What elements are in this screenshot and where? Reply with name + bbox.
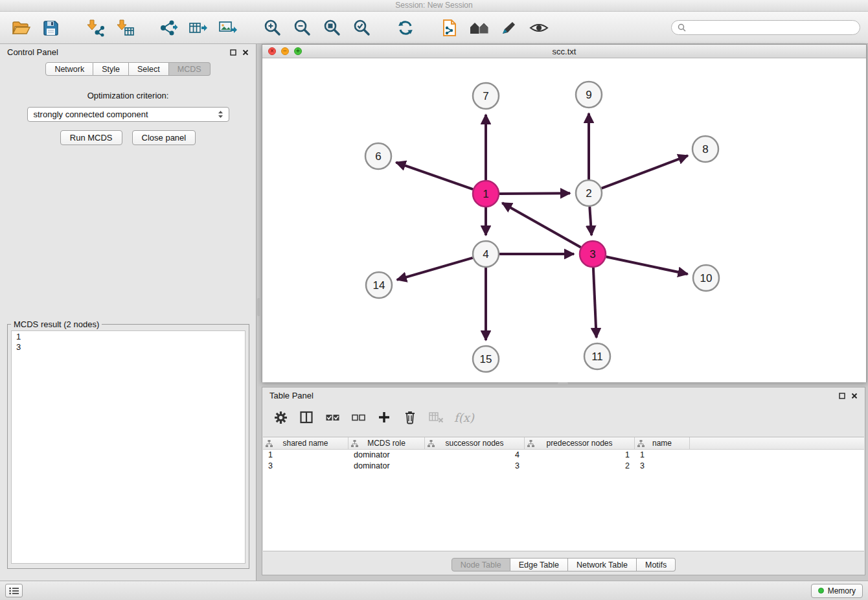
select-all-icon	[326, 411, 339, 423]
table-cell[interactable]: dominator	[348, 461, 425, 472]
delete-table-button[interactable]	[428, 408, 444, 427]
import-table-button[interactable]	[111, 15, 137, 41]
tab-select[interactable]: Select	[129, 62, 169, 76]
table-header-row: shared nameMCDS rolesuccessor nodesprede…	[263, 437, 864, 450]
delete-columns-button[interactable]	[402, 408, 418, 427]
table-settings-button[interactable]	[273, 408, 288, 427]
memory-button[interactable]: Memory	[811, 584, 863, 598]
graph-node-15[interactable]: 15	[473, 346, 499, 372]
table-tab-network-table[interactable]: Network Table	[568, 558, 637, 571]
column-header-MCDS-role[interactable]: MCDS role	[348, 437, 425, 449]
graph-edge-3-1[interactable]	[502, 203, 580, 248]
column-header-name[interactable]: name	[635, 437, 690, 449]
table-cell[interactable]: dominator	[348, 450, 425, 461]
eye-icon	[529, 21, 549, 35]
deselect-all-rows-button[interactable]	[350, 408, 366, 427]
run-mcds-button[interactable]: Run MCDS	[60, 130, 122, 145]
column-header-successor-nodes[interactable]: successor nodes	[425, 437, 525, 449]
table-cell[interactable]: 3	[425, 461, 525, 472]
graph-node-9[interactable]: 9	[576, 82, 602, 108]
search-input[interactable]	[689, 23, 854, 32]
table-cell[interactable]: 1	[635, 450, 690, 461]
close-table-panel-icon[interactable]	[851, 393, 858, 399]
graph-edge-1-6[interactable]	[396, 163, 473, 190]
export-image-button[interactable]	[215, 15, 241, 41]
zoom-in-button[interactable]	[259, 15, 285, 41]
open-session-button[interactable]	[8, 15, 34, 41]
graph-edge-1-2[interactable]	[499, 193, 570, 194]
graph-edge-3-10[interactable]	[606, 257, 688, 274]
zoom-out-button[interactable]	[289, 15, 315, 41]
search-box[interactable]	[671, 20, 860, 35]
save-session-button[interactable]	[38, 15, 63, 41]
add-column-button[interactable]	[376, 408, 392, 427]
column-header-shared-name[interactable]: shared name	[263, 437, 348, 449]
criterion-selected-value: strongly connected component	[34, 110, 148, 119]
table-row[interactable]: 1dominator411	[263, 450, 864, 461]
zoom-selected-button[interactable]	[348, 15, 374, 41]
table-tab-motifs[interactable]: Motifs	[637, 558, 676, 571]
graph-edge-4-14[interactable]	[397, 258, 473, 280]
graph-node-11[interactable]: 11	[584, 343, 610, 369]
table-cell[interactable]: 4	[425, 450, 525, 461]
network-canvas[interactable]: 7968124314101511	[262, 58, 866, 382]
table-cell[interactable]: 2	[525, 461, 635, 472]
criterion-select[interactable]: strongly connected component	[27, 107, 229, 122]
graph-node-7[interactable]: 7	[473, 83, 499, 109]
graph-edge-2-8[interactable]	[602, 156, 688, 188]
close-window-button[interactable]: ×	[268, 47, 276, 55]
style-paint-button[interactable]	[496, 15, 522, 41]
graph-edge-3-11[interactable]	[593, 268, 597, 338]
close-panel-icon[interactable]	[242, 49, 249, 56]
first-neighbors-icon	[469, 19, 490, 36]
zoom-fit-button[interactable]	[319, 15, 345, 41]
minimize-window-button[interactable]: −	[281, 47, 289, 55]
graph-node-6[interactable]: 6	[365, 143, 391, 169]
control-panel-header: Control Panel	[0, 44, 256, 60]
first-neighbors-button[interactable]	[466, 15, 492, 41]
graph-node-3[interactable]: 3	[580, 241, 606, 267]
search-icon	[678, 23, 686, 32]
export-table-button[interactable]	[185, 15, 211, 41]
graph-node-14[interactable]: 14	[366, 272, 392, 298]
table-cell[interactable]: 3	[635, 461, 690, 472]
show-hide-button[interactable]	[526, 15, 552, 41]
function-builder-button[interactable]: f(x)	[454, 408, 474, 427]
table-tab-node-table[interactable]: Node Table	[451, 558, 510, 571]
graph-node-1[interactable]: 1	[473, 181, 499, 207]
splitter-handle-vertical[interactable]	[257, 298, 260, 316]
table-tab-edge-table[interactable]: Edge Table	[510, 558, 568, 571]
select-all-rows-button[interactable]	[325, 408, 340, 427]
close-panel-button[interactable]: Close panel	[132, 130, 196, 145]
control-panel-title: Control Panel	[7, 47, 58, 57]
svg-text:1: 1	[483, 188, 488, 200]
zoom-window-button[interactable]: +	[294, 47, 302, 55]
tab-network[interactable]: Network	[45, 62, 93, 76]
import-table-icon	[114, 19, 135, 37]
graph-node-10[interactable]: 10	[693, 265, 719, 291]
export-group	[155, 15, 241, 41]
table-cell[interactable]: 3	[263, 461, 348, 472]
import-network-button[interactable]	[82, 15, 108, 41]
table-cell[interactable]: 1	[525, 450, 635, 461]
table-body: 1dominator4113dominator323	[263, 450, 864, 472]
mcds-result-list[interactable]: 1 3	[11, 330, 246, 564]
graph-node-4[interactable]: 4	[473, 241, 499, 267]
table-row[interactable]: 3dominator323	[263, 461, 864, 472]
status-menu-button[interactable]	[5, 584, 23, 597]
sort-icon	[428, 440, 435, 447]
float-table-panel-icon[interactable]	[839, 393, 845, 399]
new-network-from-selection-button[interactable]	[437, 15, 463, 41]
graph-node-8[interactable]: 8	[692, 136, 718, 162]
tab-mcds[interactable]: MCDS	[169, 62, 211, 76]
table-cell[interactable]: 1	[263, 450, 348, 461]
graph-edge-2-3[interactable]	[589, 207, 591, 235]
tab-style[interactable]: Style	[93, 62, 129, 76]
graph-node-2[interactable]: 2	[576, 180, 602, 206]
show-columns-button[interactable]	[299, 408, 314, 427]
splitter-handle-horizontal[interactable]	[558, 382, 568, 386]
refresh-view-button[interactable]	[393, 15, 418, 41]
export-network-button[interactable]	[155, 15, 181, 41]
float-panel-icon[interactable]	[230, 49, 236, 56]
column-header-predecessor-nodes[interactable]: predecessor nodes	[525, 437, 635, 449]
